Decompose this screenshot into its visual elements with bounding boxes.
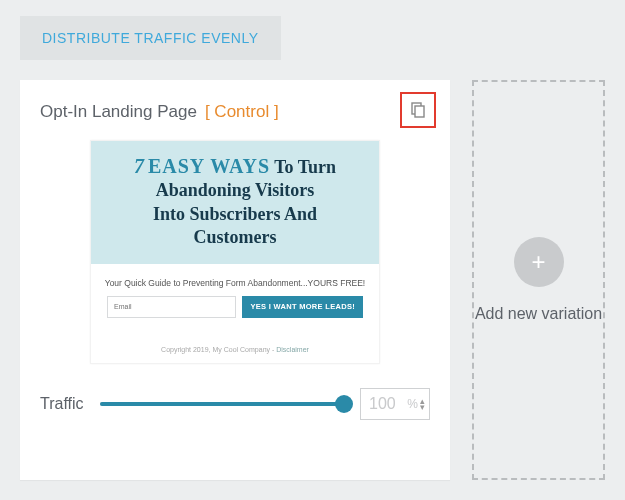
add-variation-panel[interactable]: + Add new variation [472, 80, 605, 480]
preview-subhead: Your Quick Guide to Preventing Form Aban… [99, 278, 371, 288]
hero-easy: EASY WAYS [148, 155, 270, 177]
hero-number: 7 [134, 155, 144, 177]
traffic-value: 100 [369, 395, 407, 413]
traffic-percent-input[interactable]: 100 % ▴▾ [360, 388, 430, 420]
distribute-label: DISTRIBUTE TRAFFIC EVENLY [42, 30, 259, 46]
traffic-label: Traffic [40, 395, 84, 413]
preview-email-input [107, 296, 236, 318]
control-tag: [ Control ] [205, 102, 279, 122]
add-variation-label: Add new variation [475, 305, 602, 323]
hero-line2: Abandoning Visitors [107, 179, 363, 202]
slider-fill [100, 402, 344, 406]
distribute-traffic-button[interactable]: DISTRIBUTE TRAFFIC EVENLY [20, 16, 281, 60]
preview-cta-button: YES I WANT MORE LEADS! [242, 296, 363, 318]
duplicate-button[interactable] [400, 92, 436, 128]
svg-rect-1 [415, 106, 424, 117]
traffic-unit: % [407, 397, 418, 411]
plus-icon: + [514, 237, 564, 287]
hero-line4: Customers [107, 226, 363, 249]
variation-title: Opt-In Landing Page [40, 102, 197, 122]
copy-icon [409, 101, 427, 119]
slider-handle[interactable] [335, 395, 353, 413]
footer-copyright: Copyright 2019, My Cool Company - [161, 346, 276, 353]
footer-disclaimer: Disclaimer [276, 346, 309, 353]
preview-hero: 7 EASY WAYS To Turn Abandoning Visitors … [91, 141, 379, 264]
traffic-slider[interactable] [100, 395, 344, 413]
page-preview[interactable]: 7 EASY WAYS To Turn Abandoning Visitors … [90, 140, 380, 364]
preview-footer: Copyright 2019, My Cool Company - Discla… [91, 346, 379, 353]
stepper-icon[interactable]: ▴▾ [420, 398, 425, 410]
variation-card-control: Opt-In Landing Page [ Control ] 7 EASY W… [20, 80, 450, 480]
hero-line3: Into Subscribers And [107, 203, 363, 226]
hero-rest1: To Turn [274, 157, 336, 177]
